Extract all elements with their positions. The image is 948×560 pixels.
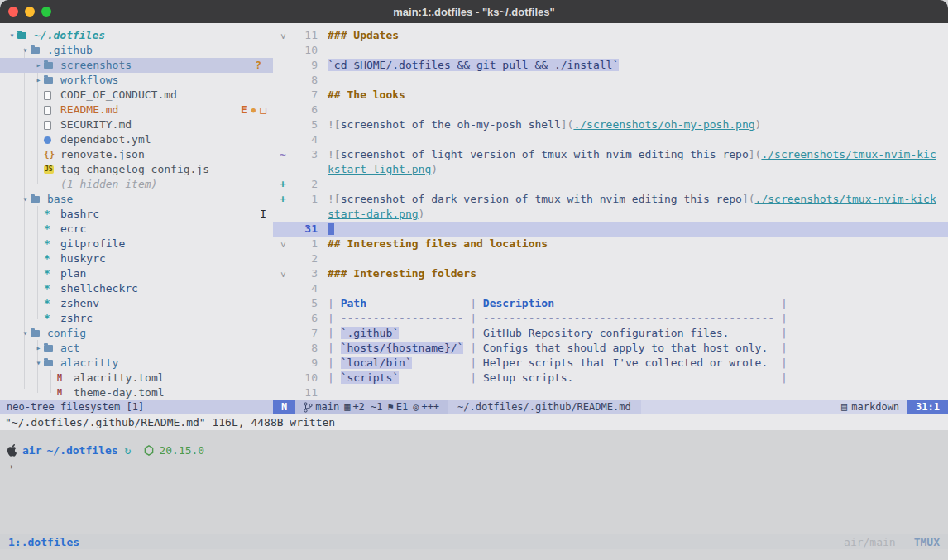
tmux-window-tab[interactable]: 1:.dotfiles — [8, 536, 79, 548]
editor-line[interactable]: 31 — [273, 222, 948, 237]
neotree-panel[interactable]: ▾~/.dotfiles▾.github▸screenshots?▸workfl… — [0, 23, 273, 400]
gutter-cell — [273, 88, 293, 103]
tree-item-plan[interactable]: *plan — [0, 266, 273, 281]
tree-item-renovate.json[interactable]: {}renovate.json — [0, 147, 273, 162]
tree-item-bashrc[interactable]: *bashrcI — [0, 207, 273, 222]
tree-item-zshenv[interactable]: *zshenv — [0, 296, 273, 311]
tree-item-code-of-conduct.md[interactable]: CODE_OF_CONDUCT.md — [0, 88, 273, 103]
gutter-cell — [273, 326, 293, 341]
editor-line[interactable]: 8| `hosts/{hostname}/` | Configs that sh… — [273, 341, 948, 356]
text-run: ./screenshots/oh-my-posh.png — [573, 118, 754, 131]
editor-line[interactable]: +2 — [273, 177, 948, 192]
editor-line[interactable]: 2 — [273, 251, 948, 266]
zoom-button[interactable] — [41, 7, 51, 17]
text-run: | — [328, 297, 341, 309]
editor-line[interactable]: 5| Path | Description | — [273, 296, 948, 311]
tree-item-alacritty.toml[interactable]: Malacritty.toml — [0, 371, 273, 385]
chevron-down-icon[interactable]: ▾ — [20, 43, 31, 58]
tree-item-alacritty[interactable]: ▾alacritty — [0, 356, 273, 371]
text-run: ------------------- — [341, 312, 464, 324]
editor-line[interactable]: +1![screenshot of dark version of tmux w… — [273, 192, 948, 207]
gutter-cell: > — [273, 237, 293, 251]
text-run — [573, 371, 774, 384]
tree-item--1-hidden-item-[interactable]: (1 hidden item) — [0, 177, 273, 192]
editor-buffer[interactable]: >11### Updates109`cd $HOME/.dotfiles && … — [273, 23, 948, 400]
statusline-filepath: ~/.dotfiles/.github/README.md — [448, 400, 641, 414]
chevron-down-icon[interactable]: ▾ — [20, 192, 31, 207]
editor-line[interactable]: 8 — [273, 73, 948, 88]
tree-item-.github[interactable]: ▾.github — [0, 43, 273, 58]
chevron-right-icon[interactable]: ▸ — [33, 341, 44, 356]
chevron-down-icon[interactable]: ▾ — [33, 356, 44, 371]
chevron-down-icon[interactable]: ▾ — [7, 28, 17, 43]
tree-item-tag-changelog-config.js[interactable]: JStag-changelog-config.js — [0, 162, 273, 177]
gutter-cell: ~ — [273, 147, 293, 162]
editor-line[interactable]: 6| ------------------- | ---------------… — [273, 311, 948, 326]
tree-item-config[interactable]: ▾config — [0, 326, 273, 341]
line-text: | Path | Description | — [318, 296, 788, 311]
chevron-right-icon[interactable]: ▸ — [33, 73, 44, 88]
tree-item-label: ~/.dotfiles — [34, 28, 105, 43]
editor-line[interactable]: kstart-light.png) — [273, 162, 948, 177]
tree-item-huskyrc[interactable]: *huskyrc — [0, 251, 273, 266]
editor-line[interactable]: >11### Updates — [273, 28, 948, 43]
shell-config-icon: * — [44, 207, 50, 222]
shell-area: air ~/.dotfiles ↻ 20.15.0 → 1:.dotfiles … — [0, 430, 948, 560]
editor-line[interactable]: 10 — [273, 43, 948, 58]
titlebar[interactable]: main:1:.dotfiles - "ks~/.dotfiles" — [0, 0, 948, 23]
editor-line[interactable]: 11 — [273, 385, 948, 400]
line-text: | `scripts` | Setup scripts. | — [318, 371, 788, 385]
editor-line[interactable]: >3### Interesting folders — [273, 266, 948, 281]
tree-item-dependabot.yml[interactable]: dependabot.yml — [0, 132, 273, 147]
filetype-label: markdown — [851, 400, 899, 414]
editor-line[interactable]: 10| `scripts` | Setup scripts. | — [273, 371, 948, 385]
editor-line[interactable]: 9`cd $HOME/.dotfiles && git pull && ./in… — [273, 58, 948, 73]
tmux-status-bar: 1:.dotfiles air/main TMUX — [0, 534, 948, 549]
mode-indicator: N — [273, 400, 295, 414]
tree-item-security.md[interactable]: SECURITY.md — [0, 117, 273, 132]
tree-item-workflows[interactable]: ▸workflows — [0, 73, 273, 88]
chevron-right-icon[interactable]: ▸ — [33, 58, 44, 73]
tree-item-screenshots[interactable]: ▸screenshots? — [0, 58, 273, 73]
text-run: | — [328, 312, 341, 324]
tree-item-label: gitprofile — [60, 237, 125, 251]
editor-line[interactable]: 7| `.github` | GitHub Repository configu… — [273, 326, 948, 341]
tree-item-act[interactable]: ▸act — [0, 341, 273, 356]
text-run — [399, 371, 463, 384]
editor-line[interactable]: 5![screenshot of the oh-my-posh shell](.… — [273, 117, 948, 132]
file-icon — [44, 121, 51, 130]
tmux-session-name: air/main — [844, 536, 896, 548]
text-run: * — [44, 296, 57, 311]
editor-line[interactable]: 4 — [273, 281, 948, 296]
tree-item-label: renovate.json — [60, 147, 145, 162]
tree-item-ecrc[interactable]: *ecrc — [0, 222, 273, 237]
editor-line[interactable]: >1## Interesting files and locations — [273, 237, 948, 251]
text-run: Configs that should apply to that host o… — [483, 342, 768, 354]
close-button[interactable] — [8, 7, 18, 17]
extra-flags: +++ — [421, 400, 439, 414]
tree-item-theme-day.toml[interactable]: Mtheme-day.toml — [0, 385, 273, 400]
tree-item-gitprofile[interactable]: *gitprofile — [0, 237, 273, 251]
chevron-down-icon[interactable]: ▾ — [20, 326, 31, 341]
text-run — [729, 327, 774, 339]
editor-line[interactable]: 9| `local/bin` | Helper scripts that I'v… — [273, 356, 948, 371]
editor-line[interactable]: ~3![screenshot of light version of tmux … — [273, 147, 948, 162]
line-number: 8 — [293, 341, 318, 356]
editor-line[interactable]: 6 — [273, 103, 948, 117]
text-run: ## Interesting files and locations — [328, 237, 548, 250]
tree-item-base[interactable]: ▾base — [0, 192, 273, 207]
tree-item-zshrc[interactable]: *zshrc — [0, 311, 273, 326]
line-number — [293, 207, 318, 222]
tree-item-shellcheckrc[interactable]: *shellcheckrc — [0, 281, 273, 296]
window-title: main:1:.dotfiles - "ks~/.dotfiles" — [0, 6, 948, 18]
tree-item--.dotfiles[interactable]: ▾~/.dotfiles — [0, 28, 273, 43]
text-run: Setup scripts. — [483, 371, 574, 384]
tree-item-readme.md[interactable]: README.mdE●□ — [0, 103, 273, 117]
editor-line[interactable]: start-dark.png) — [273, 207, 948, 222]
editor-line[interactable]: 7## The looks — [273, 88, 948, 103]
minimize-button[interactable] — [25, 7, 35, 17]
text-run: * — [44, 251, 57, 266]
editor-line[interactable]: 4 — [273, 132, 948, 147]
gutter-cell: > — [273, 266, 293, 281]
terminal-window: main:1:.dotfiles - "ks~/.dotfiles" ▾~/.d… — [0, 0, 948, 560]
